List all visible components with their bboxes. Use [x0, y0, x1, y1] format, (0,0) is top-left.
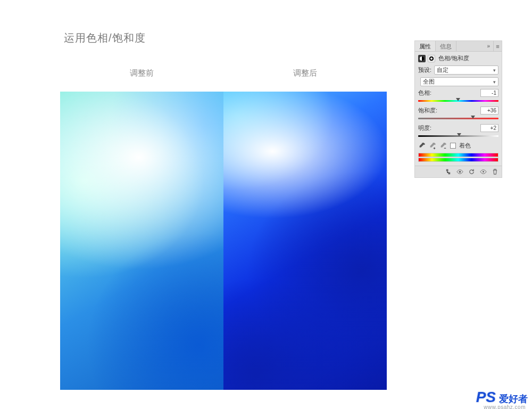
- adjustment-name: 色相/饱和度: [438, 54, 469, 62]
- saturation-value[interactable]: +36: [480, 107, 498, 114]
- saturation-control: 饱和度: +36: [418, 107, 498, 121]
- toggle-visibility-icon[interactable]: [456, 168, 463, 176]
- hue-control: 色相: -1: [418, 89, 498, 103]
- mask-icon[interactable]: [428, 55, 435, 62]
- colorize-label: 着色: [459, 142, 471, 150]
- adjustment-type-row: 色相/饱和度: [418, 54, 498, 62]
- label-before: 调整前: [60, 68, 223, 78]
- preset-label: 预设:: [418, 66, 432, 74]
- preset-select[interactable]: 自定 ▾: [434, 66, 498, 75]
- preset-row: 预设: 自定 ▾: [418, 66, 498, 75]
- watermark-cn: 爱好者: [499, 392, 528, 405]
- panel-tabs: 属性 信息 » ≡: [415, 41, 502, 52]
- view-previous-icon[interactable]: [479, 168, 487, 176]
- hue-slider[interactable]: [418, 98, 498, 103]
- eyedropper-row: 着色: [418, 142, 498, 150]
- properties-panel: 属性 信息 » ≡ 色相/饱和度 预设: 自定 ▾ 全图 ▾: [414, 40, 502, 178]
- compare-labels: 调整前 调整后: [60, 68, 387, 78]
- watermark-url: www.psahz.com: [484, 404, 526, 409]
- saturation-slider-thumb[interactable]: [471, 116, 475, 121]
- delete-icon[interactable]: [491, 168, 498, 176]
- tab-info[interactable]: 信息: [436, 41, 456, 51]
- clip-to-layer-icon[interactable]: [444, 168, 452, 176]
- range-value: 全图: [423, 78, 435, 86]
- lightness-value[interactable]: +2: [480, 124, 498, 132]
- svg-point-0: [459, 171, 461, 173]
- eyedropper-icon[interactable]: [418, 142, 426, 150]
- watermark-logo: PS: [476, 389, 496, 406]
- lightness-control: 明度: +2: [418, 124, 498, 138]
- compare-preview: [60, 92, 387, 390]
- panel-collapse-icon[interactable]: »: [484, 43, 493, 49]
- chevron-down-icon: ▾: [493, 79, 496, 85]
- hue-slider-thumb[interactable]: [456, 98, 460, 103]
- hue-label: 色相:: [418, 89, 431, 97]
- panel-menu-icon[interactable]: ≡: [493, 41, 502, 51]
- page-title: 运用色相/饱和度: [64, 31, 146, 45]
- eyedropper-add-icon[interactable]: [429, 142, 436, 150]
- colorize-checkbox[interactable]: [450, 143, 456, 149]
- preset-value: 自定: [437, 66, 448, 74]
- saturation-label: 饱和度:: [418, 107, 437, 114]
- reset-icon[interactable]: [468, 168, 475, 176]
- panel-footer: [415, 166, 502, 177]
- preview-before: [60, 92, 223, 390]
- eyedropper-subtract-icon[interactable]: [439, 142, 447, 150]
- tab-properties[interactable]: 属性: [415, 41, 436, 51]
- range-select[interactable]: 全图 ▾: [420, 77, 498, 86]
- adjustment-icon: [418, 55, 426, 62]
- hue-value[interactable]: -1: [480, 89, 498, 97]
- watermark: PS 爱好者: [476, 389, 528, 406]
- lightness-slider-thumb[interactable]: [457, 133, 461, 138]
- lightness-slider[interactable]: [418, 133, 498, 138]
- chevron-down-icon: ▾: [493, 68, 496, 73]
- preview-after: [223, 92, 387, 390]
- svg-point-1: [483, 171, 484, 173]
- range-row: 全图 ▾: [418, 77, 498, 86]
- lightness-label: 明度:: [418, 124, 431, 132]
- hue-range-strip[interactable]: [418, 153, 498, 162]
- label-after: 调整后: [223, 68, 387, 78]
- saturation-slider[interactable]: [418, 116, 498, 121]
